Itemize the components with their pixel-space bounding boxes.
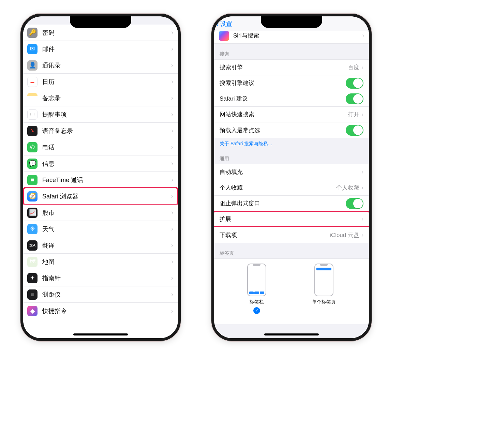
checkmark-icon: ✓	[253, 307, 260, 314]
messages-icon: 💬	[27, 159, 38, 169]
chevron-right-icon: ›	[171, 111, 173, 118]
back-button[interactable]: 设置	[220, 20, 232, 28]
group-search: 搜索引擎 百度 › 搜索引擎建议 Safari 建议 网站快速搜索 打开 ›	[214, 59, 369, 138]
safari-settings-content: Siri与搜索 › 搜索 搜索引擎 百度 › 搜索引擎建议 Safari 建议	[214, 28, 369, 338]
contacts-icon: 👤	[27, 60, 38, 71]
row-label: 扩展	[220, 215, 361, 223]
section-header-search: 搜索	[214, 44, 369, 59]
settings-row-engine-suggestions[interactable]: 搜索引擎建议	[214, 75, 369, 91]
settings-row-facetime[interactable]: ■ FaceTime 通话 ›	[23, 172, 178, 188]
tab-option-single-tab[interactable]: 单个标签页	[312, 264, 336, 314]
settings-row-calendar[interactable]: ▬ 日历 ›	[23, 74, 178, 90]
chevron-right-icon: ›	[361, 111, 363, 118]
chevron-right-icon: ›	[361, 168, 363, 176]
safari-icon: 🧭	[27, 191, 38, 201]
notch	[70, 16, 131, 28]
maps-icon: 🗺	[27, 257, 38, 267]
chevron-right-icon: ›	[171, 144, 173, 151]
tab-option-label: 单个标签页	[312, 299, 336, 305]
chevron-left-icon[interactable]: ‹	[216, 19, 219, 29]
row-label: 预载入最常点选	[220, 126, 346, 134]
toggle-on[interactable]	[346, 93, 363, 104]
row-label: 天气	[42, 225, 171, 233]
settings-list: 🔑 密码 › ✉ 邮件 › 👤 通讯录 › ▬ 日历 › 备忘录	[23, 25, 178, 338]
screen-right: ‹ 设置 Siri与搜索 › 搜索 搜索引擎 百度 › 搜索引擎建议	[214, 16, 369, 338]
settings-row-voicememos[interactable]: ∿ 语音备忘录 ›	[23, 123, 178, 139]
settings-row-safari-suggestions[interactable]: Safari 建议	[214, 91, 369, 107]
row-label: FaceTime 通话	[42, 176, 171, 184]
chevron-right-icon: ›	[361, 232, 363, 239]
row-label: 提醒事项	[42, 110, 171, 119]
row-label: Safari 浏览器	[42, 192, 171, 200]
chevron-right-icon: ›	[171, 308, 173, 315]
group-general: 自动填充 › 个人收藏 个人收藏 › 阻止弹出式窗口 扩展 ›	[214, 164, 369, 243]
settings-row-measure[interactable]: ▦ 测距仪 ›	[23, 286, 178, 303]
settings-row-quick-website-search[interactable]: 网站快速搜索 打开 ›	[214, 107, 369, 122]
row-label: 密码	[42, 29, 171, 37]
settings-row-safari[interactable]: 🧭 Safari 浏览器 ›	[23, 188, 178, 205]
screen-left: 🔑 密码 › ✉ 邮件 › 👤 通讯录 › ▬ 日历 › 备忘录	[23, 16, 178, 338]
chevron-right-icon: ›	[171, 29, 173, 36]
notch	[261, 16, 322, 28]
row-label: 自动填充	[220, 168, 361, 176]
row-label: 语音备忘录	[42, 127, 171, 135]
settings-row-autofill[interactable]: 自动填充 ›	[214, 164, 369, 180]
settings-row-contacts[interactable]: 👤 通讯录 ›	[23, 57, 178, 74]
chevron-right-icon: ›	[361, 64, 363, 71]
row-label: 日历	[42, 78, 171, 86]
settings-row-downloads[interactable]: 下载项 iCloud 云盘 ›	[214, 227, 369, 243]
phone-preview-tab-bar	[247, 264, 266, 296]
settings-row-stocks[interactable]: 📈 股市 ›	[23, 205, 178, 221]
row-value: 打开	[348, 110, 359, 118]
toggle-on[interactable]	[346, 78, 363, 89]
chevron-right-icon: ›	[171, 242, 173, 249]
row-label: 搜索引擎	[220, 63, 348, 71]
row-label: 信息	[42, 160, 171, 168]
row-value: 百度	[348, 63, 359, 71]
row-label: 电话	[42, 143, 171, 151]
chevron-right-icon: ›	[171, 225, 173, 233]
chevron-right-icon: ›	[362, 32, 364, 39]
settings-row-translate[interactable]: 文A 翻译 ›	[23, 237, 178, 254]
settings-row-preload-top-hit[interactable]: 预载入最常点选	[214, 122, 369, 138]
phone-mockup-left: 🔑 密码 › ✉ 邮件 › 👤 通讯录 › ▬ 日历 › 备忘录	[20, 14, 181, 341]
home-indicator	[73, 333, 128, 335]
settings-row-messages[interactable]: 💬 信息 ›	[23, 155, 178, 172]
settings-row-reminders[interactable]: ⋮⋮ 提醒事项 ›	[23, 106, 178, 123]
row-label: 快捷指令	[42, 307, 171, 315]
toggle-on[interactable]	[346, 198, 363, 209]
row-label: 翻译	[42, 241, 171, 250]
section-header-tabs: 标签页	[214, 243, 369, 258]
translate-icon: 文A	[27, 240, 38, 251]
toggle-on[interactable]	[346, 125, 363, 136]
facetime-icon: ■	[27, 175, 38, 185]
chevron-right-icon: ›	[171, 62, 173, 69]
row-label: Safari 建议	[220, 95, 346, 103]
tab-layout-selector: 标签栏 ✓ 单个标签页	[214, 258, 369, 324]
siri-icon	[219, 31, 229, 41]
settings-row-search-engine[interactable]: 搜索引擎 百度 ›	[214, 60, 369, 75]
row-label: 备忘录	[42, 94, 171, 102]
row-label: Siri与搜索	[233, 32, 362, 40]
settings-row-mail[interactable]: ✉ 邮件 ›	[23, 41, 178, 57]
reminders-icon: ⋮⋮	[27, 109, 38, 120]
row-label: 指南针	[42, 274, 171, 282]
privacy-link[interactable]: 关于 Safari 搜索与隐私...	[214, 138, 369, 148]
chevron-right-icon: ›	[171, 78, 173, 85]
chevron-right-icon: ›	[171, 94, 173, 102]
chevron-right-icon: ›	[171, 274, 173, 282]
settings-row-maps[interactable]: 🗺 地图 ›	[23, 254, 178, 270]
settings-row-extensions[interactable]: 扩展 ›	[214, 211, 369, 227]
settings-row-favorites[interactable]: 个人收藏 个人收藏 ›	[214, 180, 369, 196]
compass-icon: ✦	[27, 273, 38, 283]
phone-preview-single-tab	[314, 264, 333, 296]
settings-row-phone[interactable]: ✆ 电话 ›	[23, 139, 178, 155]
tab-option-tab-bar[interactable]: 标签栏 ✓	[247, 264, 266, 314]
chevron-right-icon: ›	[171, 193, 173, 200]
settings-row-compass[interactable]: ✦ 指南针 ›	[23, 270, 178, 286]
settings-row-shortcuts[interactable]: ◆ 快捷指令 ›	[23, 303, 178, 319]
settings-row-notes[interactable]: 备忘录 ›	[23, 90, 178, 106]
settings-row-weather[interactable]: ☀ 天气 ›	[23, 221, 178, 237]
settings-row-block-popups[interactable]: 阻止弹出式窗口	[214, 196, 369, 211]
chevron-right-icon: ›	[171, 291, 173, 298]
